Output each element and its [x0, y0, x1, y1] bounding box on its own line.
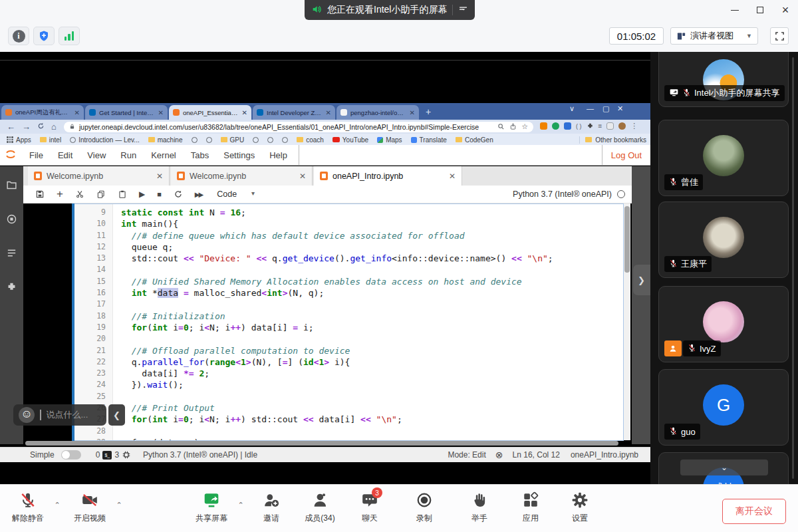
menu-file[interactable]: File	[22, 150, 51, 160]
notebook-vertical-scrollbar[interactable]	[624, 203, 630, 440]
meeting-info-button[interactable]: i	[8, 27, 29, 45]
code-line[interactable]: 23 data[i] *= 2;	[74, 368, 623, 379]
browser-tab[interactable]: Get Started | Intel® DevCloud✕	[85, 105, 168, 120]
code-line[interactable]: 27 for(int i=0; i<N; i++) std::cout << d…	[74, 414, 623, 425]
extension-icon[interactable]	[564, 122, 571, 130]
reading-list-icon[interactable]: ≡	[598, 122, 602, 130]
fullscreen-button[interactable]	[770, 27, 789, 45]
code-cell[interactable]: 9static const int N = 16;10int main(){11…	[74, 203, 624, 441]
scroll-down-indicator[interactable]: ⌄	[680, 460, 768, 475]
simple-mode-toggle[interactable]	[61, 450, 81, 460]
toolbar-members[interactable]: 成员(34)	[305, 491, 334, 524]
menu-run[interactable]: Run	[113, 150, 144, 160]
close-button[interactable]: ×	[774, 0, 797, 20]
add-cell-button[interactable]: +	[57, 188, 63, 201]
save-button[interactable]	[35, 190, 45, 199]
code-line[interactable]: 18 //# Initialization	[74, 311, 623, 322]
code-line[interactable]: 28	[74, 426, 623, 437]
bookmark-item[interactable]: GPU	[221, 136, 245, 144]
toolbar-invite[interactable]: 邀请	[263, 491, 280, 524]
paste-cell-button[interactable]	[118, 190, 127, 199]
toolbar-chat[interactable]: 3聊天	[361, 491, 378, 524]
menu-tabs[interactable]: Tabs	[184, 150, 216, 160]
browser-tab[interactable]: oneAPI周边有礼：美卡1介绍_哔...✕	[1, 105, 84, 120]
copy-cell-button[interactable]	[96, 190, 106, 199]
kernel-status-text[interactable]: Python 3.7 (Intel® oneAPI) | Idle	[143, 450, 257, 460]
code-line[interactable]: 24 }).wait();	[74, 379, 623, 390]
code-line[interactable]: 15 //# Unified Shared Memory Allocation …	[74, 276, 623, 287]
toolbar-share-screen-options[interactable]: ⌃	[237, 501, 243, 509]
restart-kernel-button[interactable]	[174, 190, 183, 199]
side-panel-icon[interactable]	[606, 122, 614, 130]
bookmark-item[interactable]: intel	[40, 136, 61, 144]
participant-tile[interactable]: 王康平	[658, 201, 789, 278]
share-page-icon[interactable]	[509, 123, 517, 130]
url-bar[interactable]: jupyter.oneapi.devcloud.intel.com/user/u…	[64, 122, 533, 132]
code-line[interactable]: 13 std::cout << "Device: " << q.get_devi…	[74, 253, 623, 264]
browser-tab[interactable]: oneAPI_Essentia (3) - JupyterLab✕	[169, 105, 251, 120]
home-button[interactable]: ⌂	[51, 122, 57, 132]
toolbar-apps[interactable]: 应用	[522, 491, 539, 524]
bookmark-item[interactable]: Translate	[411, 136, 447, 144]
toolbar-share-screen[interactable]: 共享屏幕	[196, 491, 227, 524]
participant-tile[interactable]: IvyZ	[658, 286, 789, 362]
participant-tile[interactable]: Gguo	[658, 369, 789, 446]
browser-close-button[interactable]: ✕	[617, 104, 623, 113]
extension-manager-icon[interactable]	[6, 281, 17, 293]
chat-quick-input[interactable]: 说点什么...	[13, 404, 106, 426]
cut-cell-button[interactable]	[75, 190, 84, 199]
leave-meeting-button[interactable]: 离开会议	[722, 499, 786, 524]
bookmark-item[interactable]	[282, 136, 288, 144]
cursor-position[interactable]: Ln 16, Col 12	[513, 450, 560, 460]
kernel-count[interactable]: 3	[114, 450, 119, 460]
code-line[interactable]: 11 //# define queue which has default de…	[74, 230, 623, 241]
banner-menu-icon[interactable]	[458, 4, 468, 16]
kernel-status-icon[interactable]	[617, 190, 625, 198]
notebook-horizontal-scrollbar[interactable]	[25, 441, 618, 446]
browser-avatar[interactable]	[618, 122, 626, 130]
menu-edit[interactable]: Edit	[51, 150, 80, 160]
running-sessions-icon[interactable]	[6, 213, 17, 225]
tab-close-icon[interactable]: ✕	[242, 109, 247, 116]
bookmark-item[interactable]: Apps	[7, 136, 31, 144]
minimize-button[interactable]	[724, 0, 746, 20]
security-button[interactable]	[33, 27, 55, 45]
code-line[interactable]: 16 int *data = malloc_shared<int>(N, q);	[74, 287, 623, 299]
emoji-icon[interactable]	[19, 407, 35, 423]
command-palette-icon[interactable]	[6, 247, 17, 259]
code-line[interactable]: 17	[74, 299, 623, 310]
tab-close-icon[interactable]: ✕	[410, 109, 415, 116]
cell-type-dropdown[interactable]: Code▾	[217, 190, 255, 199]
participant-tile[interactable]: 盛楠⌄	[658, 452, 789, 484]
network-quality-button[interactable]	[59, 27, 80, 45]
tab-close-icon[interactable]: ✕	[74, 109, 80, 116]
file-browser-icon[interactable]	[6, 180, 17, 191]
code-line[interactable]: 22 q.parallel_for(range<1>(N), [=] (id<1…	[74, 356, 623, 368]
kernel-name[interactable]: Python 3.7 (Intel® oneAPI)	[513, 190, 612, 199]
code-line[interactable]: 21 //# Offload parallel computation to d…	[74, 345, 623, 356]
sidebar-scrollbar[interactable]	[792, 57, 794, 479]
browser-menu-icon[interactable]: ⋮	[630, 122, 638, 130]
menu-settings[interactable]: Settings	[216, 150, 262, 160]
notebook-tab[interactable]: oneAPI_Intro.ipynb✕	[314, 166, 462, 186]
bookmark-item[interactable]: Maps	[377, 136, 402, 144]
refresh-button[interactable]	[37, 122, 45, 132]
browser-tab[interactable]: Intel Developer Zone✕	[253, 105, 335, 120]
toolbar-unmute-options[interactable]: ⌃	[54, 501, 60, 509]
restart-run-all-button[interactable]: ▶▶	[195, 191, 202, 198]
extension-icon[interactable]	[540, 122, 547, 130]
participant-tile[interactable]: Intel小助手的屏幕共享	[658, 52, 789, 107]
stop-kernel-button[interactable]: ■	[157, 190, 162, 198]
code-line[interactable]: 10int main(){	[74, 218, 623, 229]
extension-icon[interactable]: ( )	[576, 123, 582, 130]
tab-close-icon[interactable]: ✕	[326, 109, 331, 116]
tab-close-icon[interactable]: ✕	[299, 172, 306, 181]
notebook-tab[interactable]: Welcome.ipynb✕	[28, 166, 170, 186]
bookmark-item[interactable]: machine	[148, 136, 183, 144]
tab-close-icon[interactable]: ✕	[449, 172, 456, 181]
bookmark-item[interactable]: coach	[297, 136, 324, 144]
menu-kernel[interactable]: Kernel	[144, 150, 184, 160]
code-line[interactable]: 9static const int N = 16;	[74, 207, 623, 218]
toolbar-start-video-options[interactable]: ⌃	[116, 501, 122, 509]
toolbar-record[interactable]: 录制	[416, 491, 433, 524]
